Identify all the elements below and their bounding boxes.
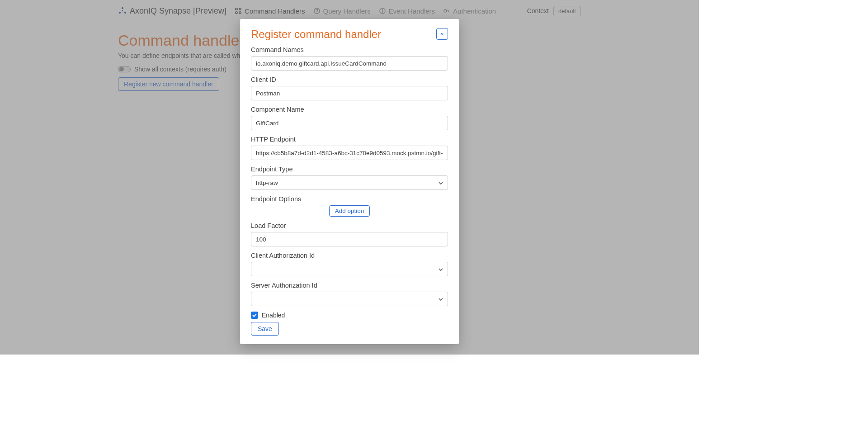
label-client-id: Client ID [251, 76, 448, 83]
label-endpoint-type: Endpoint Type [251, 166, 448, 173]
select-server-auth-id[interactable] [251, 292, 448, 306]
enabled-checkbox[interactable] [251, 312, 258, 319]
input-client-id[interactable] [251, 86, 448, 100]
close-icon: × [440, 31, 444, 38]
label-client-auth-id: Client Authorization Id [251, 252, 448, 259]
register-command-handler-modal: Register command handler × Command Names… [240, 19, 459, 344]
modal-close-button[interactable]: × [436, 28, 448, 40]
save-button[interactable]: Save [251, 322, 279, 336]
modal-title: Register command handler [251, 28, 381, 41]
select-client-auth-id[interactable] [251, 262, 448, 276]
input-http-endpoint[interactable] [251, 146, 448, 160]
add-option-button[interactable]: Add option [329, 205, 370, 217]
label-server-auth-id: Server Authorization Id [251, 282, 448, 289]
label-http-endpoint: HTTP Endpoint [251, 136, 448, 143]
label-load-factor: Load Factor [251, 222, 448, 229]
modal-overlay[interactable]: Register command handler × Command Names… [0, 0, 699, 355]
enabled-label: Enabled [262, 312, 285, 319]
label-endpoint-options: Endpoint Options [251, 195, 448, 203]
input-component-name[interactable] [251, 116, 448, 130]
input-command-names[interactable] [251, 56, 448, 71]
select-endpoint-type[interactable] [251, 175, 448, 190]
label-command-names: Command Names [251, 46, 448, 53]
label-component-name: Component Name [251, 106, 448, 113]
input-load-factor[interactable] [251, 232, 448, 246]
